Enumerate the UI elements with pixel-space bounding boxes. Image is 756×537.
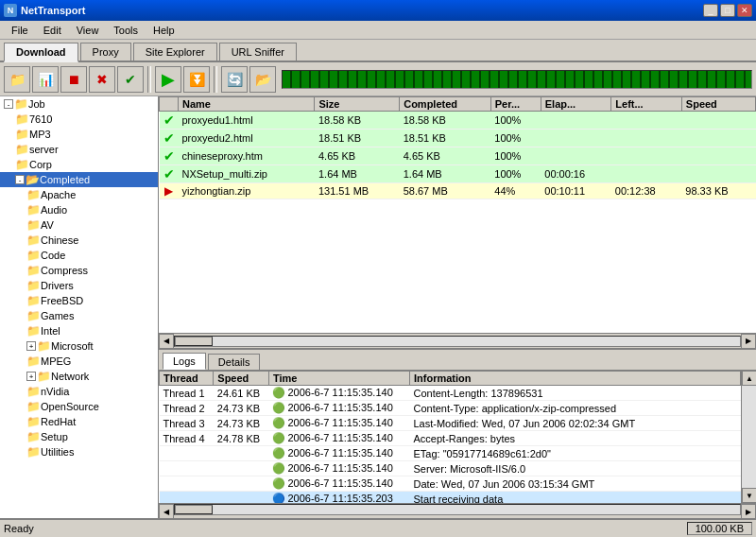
sidebar-item-nvidia[interactable]: 📁 nVidia xyxy=(0,384,158,399)
table-row[interactable]: ✔ chineseproxy.htm 4.65 KB 4.65 KB 100% xyxy=(160,147,756,165)
col-name[interactable]: Name xyxy=(179,97,315,112)
sidebar-item-server[interactable]: 📁 server xyxy=(0,142,158,157)
tab-download[interactable]: Download xyxy=(4,43,78,62)
col-status[interactable] xyxy=(160,97,179,112)
hscrollbar[interactable]: ◀ ▶ xyxy=(159,333,756,348)
expand-network[interactable]: + xyxy=(26,372,36,381)
sidebar-item-opensource[interactable]: 📁 OpenSource xyxy=(0,399,158,414)
col-speed[interactable]: Speed xyxy=(681,97,755,112)
sidebar-item-av[interactable]: 📁 AV xyxy=(0,217,158,233)
sidebar-item-job[interactable]: - 📁 Job xyxy=(0,96,158,112)
refresh-button[interactable]: 🔄 xyxy=(221,66,248,93)
title-bar: N NetTransport _ □ ✕ xyxy=(0,0,756,21)
file-left: 00:12:38 xyxy=(611,183,682,199)
table-row[interactable]: ✔ NXSetup_multi.zip 1.64 MB 1.64 MB 100%… xyxy=(160,165,756,183)
file-size: 131.51 MB xyxy=(315,183,400,199)
folder-button[interactable]: 📂 xyxy=(249,66,276,93)
sidebar-item-redhat[interactable]: 📁 RedHat xyxy=(0,414,158,429)
log-thread xyxy=(160,476,214,492)
file-percent: 44% xyxy=(490,183,541,199)
menu-tools[interactable]: Tools xyxy=(106,23,146,38)
menu-view[interactable]: View xyxy=(69,23,107,38)
sidebar-item-freebsd[interactable]: 📁 FreeBSD xyxy=(0,293,158,308)
sep1 xyxy=(147,66,151,93)
folder-icon-drivers: 📁 xyxy=(26,279,41,292)
log-info: Server: Microsoft-IIS/6.0 xyxy=(410,461,741,476)
table-row[interactable]: ▶ yizhongtian.zip 131.51 MB 58.67 MB 44%… xyxy=(160,183,756,199)
table-row[interactable]: ✔ proxyedu1.html 18.58 KB 18.58 KB 100% xyxy=(160,112,756,130)
stop-button[interactable]: ⏹ xyxy=(60,66,87,93)
log-hscroll-track[interactable] xyxy=(174,504,741,515)
tab-site-explorer[interactable]: Site Explorer xyxy=(133,43,217,61)
sidebar-item-7610[interactable]: 📁 7610 xyxy=(0,112,158,127)
log-hscroll-left-btn[interactable]: ◀ xyxy=(159,504,174,518)
stats-button[interactable]: 📊 xyxy=(32,66,59,93)
log-thread: Thread 4 xyxy=(160,431,214,446)
tab-proxy[interactable]: Proxy xyxy=(80,43,131,61)
sidebar-item-intel[interactable]: 📁 Intel xyxy=(0,323,158,338)
sidebar-item-mp3[interactable]: 📁 MP3 xyxy=(0,127,158,142)
open-button[interactable]: 📁 xyxy=(4,66,30,93)
col-completed[interactable]: Completed xyxy=(400,97,491,112)
hscroll-track[interactable] xyxy=(174,336,741,347)
sidebar-item-network[interactable]: + 📁 Network xyxy=(0,369,158,384)
sidebar-item-microsoft[interactable]: + 📁 Microsoft xyxy=(0,338,158,354)
vscroll-track[interactable] xyxy=(742,386,756,488)
col-percent[interactable]: Per... xyxy=(490,97,541,112)
check-button[interactable]: ✔ xyxy=(117,66,144,93)
sidebar-item-mpeg[interactable]: 📁 MPEG xyxy=(0,354,158,369)
sidebar-item-completed[interactable]: - 📂 Completed xyxy=(0,172,158,187)
sidebar-item-games[interactable]: 📁 Games xyxy=(0,308,158,323)
folder-icon-completed: 📂 xyxy=(26,173,40,186)
start-button[interactable]: ▶ xyxy=(155,66,181,93)
log-time: 🔵2006-6-7 11:15:35.203 xyxy=(268,492,409,504)
menu-help[interactable]: Help xyxy=(146,23,182,38)
close-button[interactable]: ✕ xyxy=(737,4,752,17)
col-elapsed[interactable]: Elap... xyxy=(541,97,611,112)
sidebar-item-apache[interactable]: 📁 Apache xyxy=(0,187,158,202)
maximize-button[interactable]: □ xyxy=(720,4,735,17)
menu-file[interactable]: File xyxy=(4,23,36,38)
log-col-info[interactable]: Information xyxy=(410,372,741,386)
sidebar-item-compress[interactable]: 📁 Compress xyxy=(0,263,158,278)
file-speed xyxy=(681,165,755,183)
delete-button[interactable]: ✖ xyxy=(89,66,115,93)
expand-job[interactable]: - xyxy=(4,99,13,109)
hscroll-left-btn[interactable]: ◀ xyxy=(159,334,174,349)
expand-completed[interactable]: - xyxy=(15,175,25,184)
col-left[interactable]: Left... xyxy=(611,97,682,112)
log-hscroll-right-btn[interactable]: ▶ xyxy=(741,504,756,518)
menu-edit[interactable]: Edit xyxy=(36,23,69,38)
sidebar-item-code[interactable]: 📁 Code xyxy=(0,248,158,263)
file-elapsed xyxy=(541,147,611,165)
sidebar-item-setup[interactable]: 📁 Setup xyxy=(0,429,158,444)
vscroll-down-btn[interactable]: ▼ xyxy=(742,488,756,503)
folder-icon-games: 📁 xyxy=(26,309,41,322)
log-col-time[interactable]: Time xyxy=(268,372,409,386)
sidebar-item-audio[interactable]: 📁 Audio xyxy=(0,202,158,217)
app-icon: N xyxy=(4,4,17,17)
expand-microsoft[interactable]: + xyxy=(26,341,36,351)
vscrollbar[interactable]: ▲ ▼ xyxy=(741,371,756,503)
log-row: 🟢2006-6-7 11:15:35.140 Date: Wed, 07 Jun… xyxy=(160,476,741,492)
log-col-thread[interactable]: Thread xyxy=(160,372,214,386)
log-info: Last-Modified: Wed, 07 Jun 2006 02:02:34… xyxy=(410,416,741,431)
table-row[interactable]: ✔ proxyedu2.html 18.51 KB 18.51 KB 100% xyxy=(160,130,756,147)
sidebar-item-corp[interactable]: 📁 Corp xyxy=(0,157,158,172)
folder-icon-server: 📁 xyxy=(15,143,29,156)
sidebar-item-chinese[interactable]: 📁 Chinese xyxy=(0,233,158,248)
minimize-button[interactable]: _ xyxy=(703,4,718,17)
log-tab-logs[interactable]: Logs xyxy=(163,353,206,370)
vscroll-up-btn[interactable]: ▲ xyxy=(742,371,756,386)
col-size[interactable]: Size xyxy=(315,97,400,112)
log-col-speed[interactable]: Speed xyxy=(214,372,269,386)
menu-bar: File Edit View Tools Help xyxy=(0,21,756,40)
sidebar-item-drivers[interactable]: 📁 Drivers xyxy=(0,278,158,293)
sidebar-item-utilities[interactable]: 📁 Utilities xyxy=(0,444,158,459)
file-completed: 1.64 MB xyxy=(400,165,491,183)
log-hscroll[interactable]: ◀ ▶ xyxy=(159,503,756,518)
log-tab-details[interactable]: Details xyxy=(208,354,261,370)
tab-url-sniffer[interactable]: URL Sniffer xyxy=(219,43,297,61)
hscroll-right-btn[interactable]: ▶ xyxy=(741,334,756,349)
pause-button[interactable]: ⏬ xyxy=(183,66,210,93)
